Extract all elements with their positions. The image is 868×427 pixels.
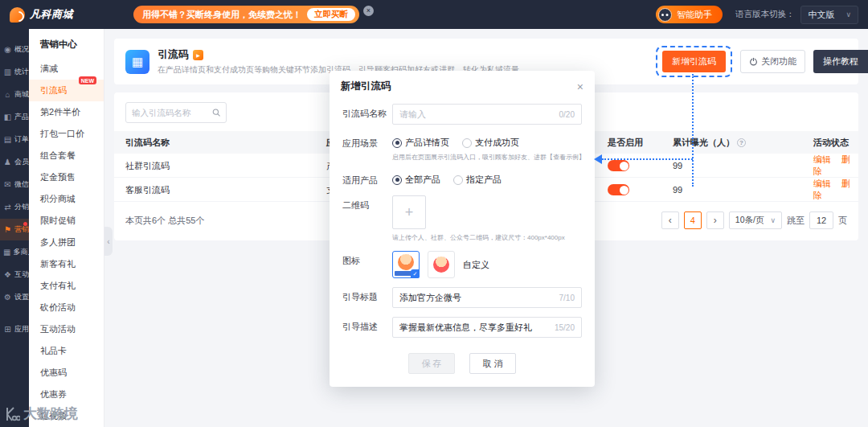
prev-page-button[interactable]: ‹: [661, 211, 679, 229]
submenu-item-interactive[interactable]: 互动活动: [29, 318, 104, 340]
preset-icon-option-2[interactable]: [428, 251, 455, 278]
search-input[interactable]: [132, 108, 209, 117]
submenu-item-payment-gift[interactable]: 支付有礼: [29, 275, 104, 297]
submenu-item-bargain[interactable]: 砍价活动: [29, 297, 104, 318]
enable-toggle[interactable]: [608, 160, 629, 171]
promo-close-icon[interactable]: ×: [363, 6, 374, 16]
exposure-cell: 99: [673, 185, 813, 195]
page-summary: 本页共6个 总共55个: [125, 215, 204, 227]
close-feature-button[interactable]: 关闭功能: [740, 50, 805, 73]
info-icon[interactable]: ?: [737, 138, 746, 147]
assistant-label: 智能助手: [677, 9, 712, 21]
submenu-item-group-buy[interactable]: 多人拼团: [29, 232, 104, 253]
edit-link[interactable]: 编辑: [813, 179, 831, 188]
robot-icon: [658, 8, 672, 22]
radio-off-icon: [462, 138, 472, 148]
submenu-item-second-half-price[interactable]: 第2件半价: [29, 101, 104, 123]
smart-assistant-button[interactable]: 智能助手: [656, 6, 723, 23]
new-badge: NEW: [79, 76, 96, 84]
submenu-item-presale[interactable]: 定金预售: [29, 166, 104, 188]
page-size-select[interactable]: 10条/页 ∨: [729, 211, 782, 229]
traffic-code-icon: ▦: [125, 50, 149, 74]
radio-product-detail-page[interactable]: 产品详情页: [392, 137, 449, 149]
marketing-icon: ⚑: [3, 225, 12, 234]
avatar-red-icon: [433, 257, 449, 273]
add-traffic-code-button[interactable]: 新增引流码: [662, 51, 726, 72]
rail-item-marketing[interactable]: ⚑营销: [0, 219, 29, 240]
rail-item-apps[interactable]: ⊞应用: [0, 318, 29, 340]
scene-hint: 启用后在页面展示引流码入口，吸引顾客加好友、进群【查看示例】: [392, 153, 582, 162]
guide-title-label: 引导标题: [342, 287, 392, 308]
submenu-item-gift-card[interactable]: 礼品卡: [29, 340, 104, 362]
buyout-now-button[interactable]: 立即买断: [307, 8, 355, 21]
watermark-logo-icon: [4, 406, 20, 422]
custom-icon-option[interactable]: 自定义: [463, 259, 489, 271]
rail-item-overview[interactable]: ◉概况: [0, 39, 29, 60]
radio-payment-success-page[interactable]: 支付成功页: [462, 137, 519, 149]
rail-item-distribution[interactable]: ⇄分销: [0, 196, 29, 218]
app-logo: 凡科商城: [10, 7, 100, 23]
wechat-icon: ✉: [3, 180, 12, 189]
submenu-item-combo[interactable]: 组合套餐: [29, 145, 104, 166]
apps-icon: ⊞: [3, 325, 12, 334]
annotation-highlight-box: 新增引流码: [656, 46, 732, 77]
submenu-item-points-mall[interactable]: 积分商城: [29, 188, 104, 210]
rail-item-wechat[interactable]: ✉微信: [0, 174, 29, 195]
jump-unit: 页: [838, 215, 847, 227]
rail-item-interaction[interactable]: ❖互动: [0, 264, 29, 285]
next-page-button[interactable]: ›: [706, 211, 724, 229]
chevron-down-icon: ∨: [770, 216, 776, 224]
rail-item-products[interactable]: ◧产品: [0, 106, 29, 128]
submenu-item-coupon[interactable]: 优惠券: [29, 384, 104, 405]
watermark: 大数跨境: [4, 404, 78, 423]
current-page-button[interactable]: 4: [684, 211, 702, 229]
search-icon[interactable]: [212, 108, 220, 117]
jump-page-input[interactable]: [809, 211, 833, 229]
preset-icon-option-1[interactable]: ✓: [392, 251, 420, 278]
rail-item-settings[interactable]: ⚙设置: [0, 286, 29, 308]
submenu-item-flash-sale[interactable]: 限时促销: [29, 210, 104, 232]
language-switcher: 语言版本切换： 中文版 ∨: [735, 6, 858, 24]
page-actions: 新增引流码 关闭功能 操作教程: [656, 46, 847, 77]
submenu-item-bundle-price[interactable]: 打包一口价: [29, 123, 104, 145]
code-name-input[interactable]: [399, 109, 554, 119]
qr-upload-box[interactable]: +: [392, 195, 426, 229]
language-value: 中文版: [808, 9, 834, 21]
sidebar-collapse-handle[interactable]: ‹: [104, 227, 113, 256]
orders-icon: ▤: [3, 135, 12, 144]
submenu-item-new-customer-gift[interactable]: 新客有礼: [29, 253, 104, 275]
language-select[interactable]: 中文版 ∨: [800, 6, 858, 24]
language-label: 语言版本切换：: [735, 9, 795, 20]
new-dot-badge: [23, 222, 27, 226]
tutorial-button[interactable]: 操作教程: [813, 50, 868, 73]
radio-on-icon: [392, 175, 402, 185]
rail-item-mall[interactable]: ⌂商城: [0, 84, 29, 105]
guide-desc-counter: 15/20: [555, 323, 575, 332]
guide-desc-input[interactable]: [399, 322, 554, 332]
col-header-enabled: 是否启用: [604, 137, 673, 149]
rail-item-multi-merchant[interactable]: ▦多商户: [0, 241, 29, 263]
save-button[interactable]: 保 存: [408, 353, 455, 374]
radio-all-products[interactable]: 全部产品: [392, 174, 440, 186]
multi-merchant-icon: ▦: [3, 248, 10, 257]
col-header-name: 引流码名称: [114, 137, 315, 149]
guide-title-input[interactable]: [399, 293, 554, 302]
radio-selected-products[interactable]: 指定产品: [453, 174, 502, 186]
col-header-exposure: 累计曝光（人）?: [673, 137, 813, 149]
cancel-button[interactable]: 取 消: [469, 353, 516, 374]
edit-link[interactable]: 编辑: [813, 154, 831, 164]
rail-item-orders[interactable]: ▤订单: [0, 129, 29, 150]
submenu-item-coupon-code[interactable]: 优惠码: [29, 362, 104, 384]
settings-icon: ⚙: [3, 293, 12, 302]
submenu-item-traffic-code[interactable]: 引流码NEW: [29, 80, 104, 101]
close-icon[interactable]: ×: [577, 81, 583, 92]
mall-icon: ⌂: [3, 90, 12, 99]
marketing-submenu: 营销中心 满减 引流码NEW 第2件半价 打包一口价 组合套餐 定金预售 积分商…: [29, 29, 104, 427]
video-tutorial-icon[interactable]: ▶: [193, 50, 203, 60]
rail-item-members[interactable]: ♟会员: [0, 151, 29, 173]
col-header-status: 活动状态: [813, 137, 858, 149]
annotation-vertical-line: [692, 74, 694, 187]
rail-item-statistics[interactable]: ▥统计: [0, 61, 29, 83]
members-icon: ♟: [3, 158, 12, 166]
enable-toggle[interactable]: [608, 184, 629, 195]
